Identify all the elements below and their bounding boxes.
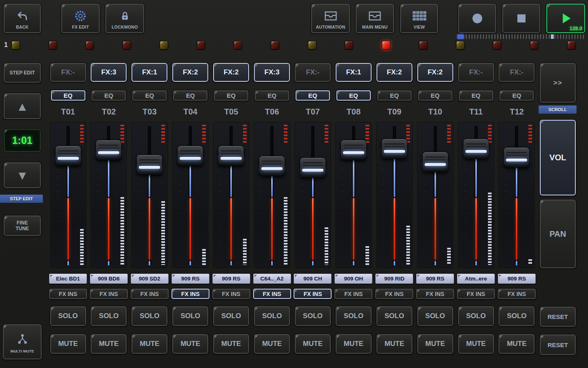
fx-slot-button[interactable]: FX:2: [417, 63, 454, 82]
step-edit-button[interactable]: STEP EDIT: [3, 63, 41, 83]
fader-knob[interactable]: [422, 152, 448, 172]
reset-mute-button[interactable]: RESET: [539, 334, 576, 355]
mute-button[interactable]: MUTE: [254, 334, 290, 354]
pan-mode-button[interactable]: PAN: [539, 199, 576, 269]
stop-button[interactable]: [502, 3, 541, 34]
mute-button[interactable]: MUTE: [131, 334, 168, 354]
back-button[interactable]: BACK: [3, 3, 41, 34]
step-indicator-13[interactable]: [456, 41, 465, 49]
play-button[interactable]: 128.0: [546, 3, 586, 34]
step-indicator-6[interactable]: [197, 41, 205, 49]
fader-knob[interactable]: [55, 146, 81, 166]
fx-ins-button[interactable]: FX INS: [130, 288, 169, 299]
step-indicator-5[interactable]: [160, 41, 168, 49]
eq-button[interactable]: EQ: [336, 90, 371, 101]
fx-ins-button[interactable]: FX INS: [253, 288, 292, 299]
fader-knob[interactable]: [259, 156, 285, 176]
fx-ins-button[interactable]: FX INS: [49, 288, 87, 299]
mute-button[interactable]: MUTE: [498, 334, 535, 354]
solo-button[interactable]: SOLO: [458, 306, 494, 326]
fader-knob[interactable]: [218, 146, 244, 166]
scroll-right-button[interactable]: >>: [539, 63, 576, 103]
fine-tune-button[interactable]: FINE TUNE: [3, 215, 41, 236]
fx-ins-button[interactable]: FX INS: [416, 288, 454, 299]
fx-slot-button[interactable]: FX:-: [458, 63, 494, 82]
step-indicator-7[interactable]: [234, 41, 242, 49]
step-indicator-11[interactable]: [382, 41, 390, 49]
fader-knob[interactable]: [96, 140, 122, 160]
eq-button[interactable]: EQ: [254, 90, 290, 101]
sample-name-button[interactable]: Atm..ere: [457, 273, 495, 284]
step-indicator-9[interactable]: [308, 41, 316, 49]
sample-name-button[interactable]: 909 RS: [171, 273, 210, 284]
mute-button[interactable]: MUTE: [417, 334, 454, 354]
main-menu-button[interactable]: MAIN MENU: [355, 3, 394, 34]
eq-button[interactable]: EQ: [295, 90, 330, 101]
fx-edit-button[interactable]: FX EDIT: [61, 3, 100, 34]
eq-button[interactable]: EQ: [132, 90, 167, 101]
fx-ins-button[interactable]: FX INS: [497, 288, 536, 299]
fx-slot-button[interactable]: FX:2: [172, 63, 209, 82]
mute-button[interactable]: MUTE: [335, 334, 372, 354]
lockmono-button[interactable]: LOCKMONO: [105, 3, 145, 34]
fader-knob[interactable]: [381, 139, 408, 159]
sample-name-button[interactable]: 909 RS: [416, 273, 454, 284]
solo-button[interactable]: SOLO: [254, 306, 290, 326]
mute-button[interactable]: MUTE: [213, 334, 249, 354]
sample-name-button[interactable]: 909 RID: [375, 273, 414, 284]
step-indicator-16[interactable]: [567, 41, 576, 49]
step-up-button[interactable]: ▲: [3, 93, 41, 119]
mute-button[interactable]: MUTE: [50, 334, 87, 354]
fader-knob[interactable]: [300, 157, 326, 178]
step-indicator-3[interactable]: [85, 41, 94, 49]
fader-knob[interactable]: [341, 140, 367, 160]
fx-slot-button[interactable]: FX:2: [213, 63, 249, 82]
solo-button[interactable]: SOLO: [131, 306, 168, 326]
eq-button[interactable]: EQ: [214, 90, 249, 101]
sample-name-button[interactable]: 909 RS: [497, 273, 536, 284]
solo-button[interactable]: SOLO: [417, 306, 454, 326]
fx-slot-button[interactable]: FX:-: [294, 63, 331, 82]
sample-name-button[interactable]: 909 BD6: [89, 273, 128, 284]
solo-button[interactable]: SOLO: [335, 306, 372, 326]
view-button[interactable]: VIEW: [400, 3, 439, 34]
automation-button[interactable]: AUTOMATION: [311, 3, 350, 34]
sample-name-button[interactable]: 909 RS: [212, 273, 251, 284]
reset-solo-button[interactable]: RESET: [539, 306, 576, 327]
step-indicator-10[interactable]: [345, 41, 353, 49]
solo-button[interactable]: SOLO: [90, 306, 127, 326]
solo-button[interactable]: SOLO: [498, 306, 535, 326]
eq-button[interactable]: EQ: [51, 90, 86, 101]
fx-ins-button[interactable]: FX INS: [293, 288, 332, 299]
solo-button[interactable]: SOLO: [50, 306, 87, 326]
solo-button[interactable]: SOLO: [376, 306, 413, 326]
fx-slot-button[interactable]: FX:3: [90, 63, 127, 82]
fx-ins-button[interactable]: FX INS: [212, 288, 251, 299]
step-indicator-2[interactable]: [49, 41, 57, 49]
fx-ins-button[interactable]: FX INS: [375, 288, 414, 299]
pattern-progress-bar[interactable]: [457, 34, 586, 39]
mute-button[interactable]: MUTE: [90, 334, 127, 354]
eq-button[interactable]: EQ: [499, 90, 534, 101]
fx-ins-button[interactable]: FX INS: [89, 288, 128, 299]
step-indicator-12[interactable]: [419, 41, 428, 49]
fx-slot-button[interactable]: FX:-: [498, 63, 535, 82]
multi-mute-button[interactable]: MULTI MUTE: [2, 324, 42, 360]
sample-name-button[interactable]: 909 CH: [293, 273, 332, 284]
fx-ins-button[interactable]: FX INS: [171, 288, 210, 299]
fx-slot-button[interactable]: FX:1: [131, 63, 168, 82]
sample-name-button[interactable]: 909 SD2: [130, 273, 169, 284]
mute-button[interactable]: MUTE: [376, 334, 413, 354]
fx-slot-button[interactable]: FX:2: [376, 63, 413, 82]
step-indicator-15[interactable]: [530, 41, 539, 49]
fx-slot-button[interactable]: FX:1: [335, 63, 372, 82]
eq-button[interactable]: EQ: [377, 90, 412, 101]
step-indicator-4[interactable]: [122, 41, 131, 49]
fader-knob[interactable]: [503, 147, 530, 168]
fx-slot-button[interactable]: FX:-: [50, 63, 87, 82]
step-indicator-1[interactable]: [11, 41, 20, 49]
record-button[interactable]: [458, 3, 497, 34]
step-indicator-14[interactable]: [493, 41, 501, 49]
step-down-button[interactable]: ▼: [3, 162, 41, 188]
sample-name-button[interactable]: Elec BD1: [49, 273, 87, 284]
